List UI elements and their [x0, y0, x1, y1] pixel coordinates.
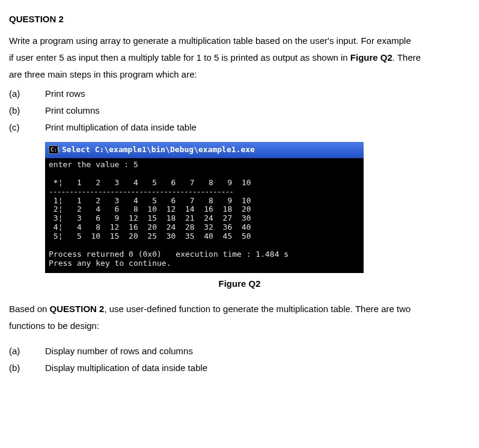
console-row-3: 3¦ 3 6 9 12 15 18 21 24 27 30: [49, 213, 251, 222]
console-footer-2: Press any key to continue.: [49, 259, 171, 268]
steps-list: (a) Print rows (b) Print columns (c) Pri…: [9, 87, 470, 135]
step-a-text: Print rows: [45, 87, 85, 101]
console-row-2: 2¦ 2 4 6 8 10 12 14 16 18 20: [49, 204, 251, 213]
intro-line-2: if user enter 5 as input then a multiply…: [9, 51, 470, 65]
followup-a-text: Display number of rows and columns: [45, 344, 193, 358]
step-b-text: Print columns: [45, 103, 100, 118]
followup-line-1-bold: QUESTION 2: [50, 304, 105, 314]
step-a: (a) Print rows: [9, 87, 470, 101]
followup-line-2: functions to be design:: [9, 319, 470, 333]
intro-line-2-prefix: if user enter 5 as input then a multiply…: [9, 52, 350, 63]
cmd-icon: C:\: [49, 146, 58, 154]
question-heading: QUESTION 2: [9, 12, 470, 26]
console-row-5: 5¦ 5 10 15 20 25 30 35 40 45 50: [49, 232, 251, 241]
console-window: C:\ Select C:\example1\bin\Debug\example…: [45, 142, 364, 273]
step-b-label: (b): [9, 103, 45, 118]
console-row-4: 4¦ 4 8 12 16 20 24 28 32 36 40: [49, 222, 251, 232]
intro-line-2-bold: Figure Q2: [350, 52, 392, 63]
console-footer-1: Process returned 0 (0x0) execution time …: [49, 250, 288, 259]
followup-a-label: (a): [9, 344, 45, 358]
followup-b-text: Display multiplication of data inside ta…: [45, 361, 207, 375]
intro-line-1: Write a program using array to generate …: [9, 34, 470, 48]
step-c: (c) Print multiplication of data inside …: [9, 120, 470, 135]
intro-line-3: are three main steps in this program whi…: [9, 67, 470, 82]
step-b: (b) Print columns: [9, 103, 470, 118]
console-titlebar: C:\ Select C:\example1\bin\Debug\example…: [45, 142, 364, 158]
console-body: enter the value : 5 *¦ 1 2 3 4 5 6 7 8 9…: [45, 158, 364, 273]
followup-line-1-prefix: Based on: [9, 304, 50, 314]
console-title: Select C:\example1\bin\Debug\example1.ex…: [62, 144, 255, 156]
console-divider: ----------------------------------------…: [49, 187, 233, 196]
console-prompt: enter the value : 5: [49, 160, 138, 169]
followup-list: (a) Display number of rows and columns (…: [9, 344, 470, 375]
followup-line-1-suffix: , use user-defined function to generate …: [104, 304, 410, 314]
followup-b: (b) Display multiplication of data insid…: [9, 361, 470, 375]
followup-line-1: Based on QUESTION 2, use user-defined fu…: [9, 302, 470, 316]
followup-b-label: (b): [9, 361, 45, 375]
console-row-1: 1¦ 1 2 3 4 5 6 7 8 9 10: [49, 196, 251, 205]
step-c-label: (c): [9, 120, 45, 135]
intro-line-2-suffix: . There: [392, 52, 421, 63]
step-c-text: Print multiplication of data inside tabl…: [45, 120, 197, 135]
figure-caption: Figure Q2: [9, 277, 470, 291]
followup-a: (a) Display number of rows and columns: [9, 344, 470, 358]
console-header-row: *¦ 1 2 3 4 5 6 7 8 9 10: [49, 178, 251, 187]
step-a-label: (a): [9, 87, 45, 101]
